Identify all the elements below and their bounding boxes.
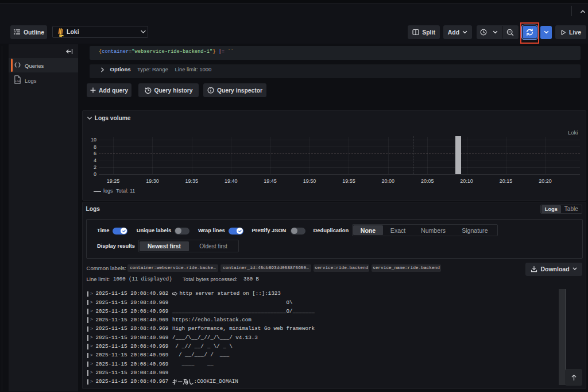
- svg-text:LOG: LOG: [16, 80, 21, 83]
